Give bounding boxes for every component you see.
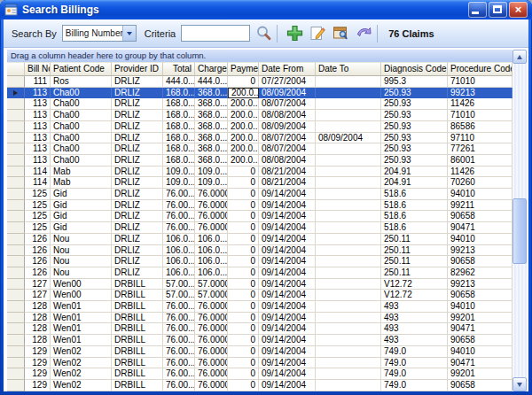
grid-cell[interactable]: 204.91 [381,167,448,178]
grid-row[interactable]: 113Cha00DRLIZ168.0...368.0...200.0...08/… [7,155,512,167]
grid-cell[interactable]: 86586 [448,121,512,133]
grid-cell[interactable]: 995.3 [381,76,448,88]
grid-row[interactable]: 129Wen02DRBILL76.00...76.0000009/14/2004… [7,346,512,358]
grid-cell[interactable]: 76.00... [163,323,195,335]
row-selector[interactable] [7,177,25,189]
grid-cell[interactable]: 90658 [448,380,512,391]
grid-cell[interactable]: 09/14/2004 [259,234,316,245]
grid-cell[interactable]: 09/14/2004 [259,335,316,346]
row-selector[interactable] [7,301,25,313]
grid-row[interactable]: 127Wen00DRBILL57.00...57.0000009/14/2004… [7,279,512,290]
grid-row[interactable]: 113Cha00DRLIZ168.0...368.0...200.0...08/… [7,98,512,110]
grid-cell[interactable]: 09/14/2004 [259,245,316,257]
grid-row[interactable]: 126NouDRLIZ106.0...106.0...009/14/200425… [7,267,512,279]
grid-cell[interactable]: 113 [25,143,51,155]
grid-cell[interactable]: 86001 [448,155,512,167]
grid-cell[interactable]: 76.0000 [195,222,228,234]
grid-row[interactable]: 113Cha00DRLIZ168.0...368.0...200.0...08/… [7,133,512,144]
grid-cell[interactable]: DRLIZ [112,177,163,189]
grid-cell[interactable]: Mab [51,167,112,178]
grid-cell[interactable]: 127 [25,279,51,290]
grid-cell[interactable]: 106.0... [195,234,228,245]
row-selector[interactable] [7,155,25,167]
grid-cell[interactable]: Cha00 [51,121,112,133]
grid-cell[interactable]: 129 [25,380,51,391]
grid-cell[interactable]: 97110 [448,133,512,144]
grid-row[interactable]: 126NouDRLIZ106.0...106.0...009/14/200425… [7,234,512,245]
scroll-up-button[interactable] [512,50,527,64]
grid-cell[interactable]: 106.0... [195,245,228,257]
row-selector[interactable] [7,234,25,245]
grid-cell[interactable]: 09/14/2004 [259,323,316,335]
grid-cell[interactable]: DRLIZ [112,256,163,267]
grid-cell[interactable]: 0 [228,256,259,267]
grid-cell[interactable]: 368.0... [195,143,228,155]
row-selector[interactable] [7,368,25,380]
grid-row[interactable]: 128Wen01DRBILL76.00...76.0000009/14/2004… [7,335,512,346]
grid-cell[interactable]: 168.0... [163,110,195,121]
grid-cell[interactable] [316,368,381,380]
grid-cell[interactable]: 0 [228,211,259,222]
grid-cell[interactable]: 82962 [448,267,512,279]
grid-cell[interactable]: 71010 [448,110,512,121]
grid-cell[interactable]: 200.0... [228,98,259,110]
grid-cell[interactable]: 129 [25,358,51,369]
grid-row[interactable]: 129Wen02DRBILL76.00...76.0000009/14/2004… [7,368,512,380]
grid-cell[interactable]: DRBILL [112,279,163,290]
column-header-date-to[interactable]: Date To [316,62,381,76]
grid-cell[interactable]: 90658 [448,335,512,346]
grid-row[interactable]: 125GidDRLIZ76.00...76.0000009/14/2004518… [7,200,512,212]
grid-cell[interactable]: 368.0... [195,88,228,99]
grid-cell[interactable]: DRLIZ [112,110,163,121]
grid-cell[interactable]: 57.00... [163,290,195,301]
grid-cell[interactable] [316,76,381,88]
column-header-total[interactable]: Total [163,62,195,76]
grid-cell[interactable]: 749.0 [381,380,448,391]
maximize-button[interactable] [489,2,507,18]
grid-cell[interactable]: DRLIZ [112,143,163,155]
grid-cell[interactable]: 99201 [448,313,512,324]
grid-cell[interactable]: 200.0... [228,155,259,167]
grid-cell[interactable]: 168.0... [163,155,195,167]
grid-cell[interactable]: DRBILL [112,335,163,346]
grid-cell[interactable]: 99201 [448,368,512,380]
grid-cell[interactable]: Nou [51,267,112,279]
grid-cell[interactable]: 07/27/2004 [259,76,316,88]
grid-cell[interactable]: 76.00... [163,368,195,380]
grid-cell[interactable]: 518.6 [381,211,448,222]
grid-cell[interactable]: 99213 [448,245,512,257]
grid-row[interactable]: 129Wen02DRBILL76.00...76.0000009/14/2004… [7,358,512,369]
grid-row[interactable]: 113Cha00DRLIZ168.0...368.0...200.0...08/… [7,121,512,133]
grid-cell[interactable]: 114 [25,177,51,189]
grid-cell[interactable]: 57.0000 [195,279,228,290]
grid-cell[interactable]: 94010 [448,301,512,313]
grid-cell[interactable]: 128 [25,301,51,313]
row-selector[interactable] [7,143,25,155]
grid-cell[interactable]: 94010 [448,346,512,358]
grid-cell[interactable] [316,290,381,301]
grid-cell[interactable]: Wen02 [51,358,112,369]
grid-cell[interactable] [316,245,381,257]
grid-row[interactable]: 111RosDRLIZ444.0...444.0...007/27/200499… [7,76,512,88]
grid-cell[interactable] [316,121,381,133]
minimize-button[interactable] [468,2,487,18]
grid-cell[interactable]: Wen01 [51,323,112,335]
grid-cell[interactable]: 168.0... [163,88,195,99]
grid-cell[interactable]: 114 [25,167,51,178]
grid-cell[interactable]: Nou [51,256,112,267]
grid-cell[interactable] [316,189,381,200]
grid-row[interactable]: 114MabDRLIZ109.0...109.0...008/21/200420… [7,167,512,178]
grid-cell[interactable]: DRBILL [112,290,163,301]
grid-row[interactable]: 128Wen01DRBILL76.00...76.0000009/14/2004… [7,301,512,313]
grid-cell[interactable]: DRBILL [112,358,163,369]
grid-cell[interactable] [316,88,381,99]
column-header-date-from[interactable]: Date From [259,62,316,76]
grid-cell[interactable] [316,323,381,335]
grid-cell[interactable] [316,98,381,110]
grid-row[interactable]: 126NouDRLIZ106.0...106.0...009/14/200425… [7,245,512,257]
grid-cell[interactable]: 09/14/2004 [259,380,316,391]
grid-row[interactable]: 129Wen02DRBILL76.00...76.0000009/14/2004… [7,380,512,391]
grid-cell[interactable]: DRLIZ [112,200,163,212]
grid-cell[interactable]: 0 [228,189,259,200]
grid-cell[interactable]: 250.11 [381,267,448,279]
